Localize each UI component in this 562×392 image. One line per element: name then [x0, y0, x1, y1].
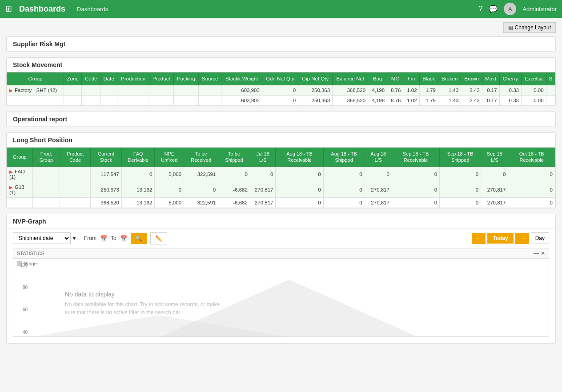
cell-gdn-net-qty: 0 — [262, 85, 298, 95]
col-zone: Zone — [64, 73, 81, 85]
lsp-cell-jul18-ls: 0 — [250, 166, 276, 182]
prev-button[interactable]: ← — [472, 233, 486, 244]
from-calendar-icon[interactable]: 📅 — [100, 235, 107, 242]
lsp-cell-faq-derivable: 13,162 — [121, 182, 154, 197]
lsp-col-current-stock: Current Stock — [90, 148, 121, 166]
total-bag: 4,198 — [368, 95, 387, 105]
lsp-total-product-code — [60, 197, 91, 208]
col-gip-net-qty: Gip Net Qty — [298, 73, 333, 85]
lsp-total-oct18-tb-recv: 0 — [508, 197, 555, 208]
lsp-cell-sep18-tb-recv: 0 — [392, 182, 439, 197]
lsp-total-faq-derivable: 13,162 — [121, 197, 154, 208]
operational-card: Operational report — [6, 112, 556, 127]
lsp-col-to-be-received: To be Received — [184, 148, 218, 166]
cell-zone — [64, 85, 81, 95]
stock-movement-body: Group Zone Code Date Production Product … — [7, 72, 555, 106]
supplier-risk-card: Supplier Risk Mgt — [6, 36, 556, 52]
total-mold: 0.17 — [482, 95, 499, 105]
total-production — [117, 95, 149, 105]
cell-group: ▶Factory - SHT (42) — [7, 85, 64, 95]
layout-icon: ▦ — [508, 24, 513, 31]
grid-icon[interactable]: ⊞ — [5, 4, 12, 14]
cell-broken: 1.43 — [438, 85, 461, 95]
total-product — [149, 95, 173, 105]
nvp-controls: Shipment date ▼ From 📅 To 📅 🔍 ✏️ ← Today… — [7, 229, 555, 248]
change-layout-row: ▦ Change Layout — [6, 22, 556, 33]
lsp-total-npe-unfixed: 5,000 — [155, 197, 184, 208]
total-brown: 2.43 — [461, 95, 482, 105]
table-row: ▶Factory - SHT (42) 603,903 0 250,363 36… — [7, 85, 555, 95]
table-row-total: 368,520 13,162 5,000 322,591 -6,682 270,… — [7, 197, 555, 208]
long-short-table: Group Prod. Group Product Code Current S… — [7, 148, 555, 208]
chart-area: STATISTICS — ✕ Stage 100 80 60 40 — [7, 248, 555, 343]
date-filter-select[interactable]: Shipment date — [13, 232, 71, 244]
lsp-total-aug18-tb-recv: 0 — [276, 197, 323, 208]
col-black: Black — [419, 73, 438, 85]
lsp-col-faq-derivable: FAQ Derivable — [121, 148, 154, 166]
cell-stockk-weight: 603,903 — [221, 85, 262, 95]
change-layout-button[interactable]: ▦ Change Layout — [503, 22, 556, 33]
total-source — [199, 95, 221, 105]
cell-bag: 4,198 — [368, 85, 387, 95]
lsp-col-oct18-tb-recv: Oct 18 - TB Receivable — [508, 148, 555, 166]
search-button[interactable]: 🔍 — [131, 233, 147, 244]
table-row-total: 603,903 0 250,363 368,520 4,198 8.76 1.0… — [7, 95, 555, 105]
supplier-risk-title: Supplier Risk Mgt — [7, 37, 555, 52]
lsp-cell-current-stock: 117,547 — [90, 166, 121, 182]
stock-movement-title: Stock Movement — [7, 58, 555, 72]
col-packing: Packing — [173, 73, 198, 85]
chat-icon[interactable]: 💬 — [489, 5, 498, 13]
lsp-col-to-be-shipped: To be Shipped — [218, 148, 250, 166]
edit-button[interactable]: ✏️ — [150, 232, 167, 244]
col-stockk-weight: Stockk Weight — [221, 73, 262, 85]
col-excelsa: Excelsa — [522, 73, 546, 85]
lsp-cell-jul18-ls: 270,817 — [250, 182, 276, 197]
lsp-cell-sep18-ls: 0 — [481, 166, 508, 182]
lsp-cell-current-stock: 250,973 — [90, 182, 121, 197]
col-group: Group — [7, 73, 64, 85]
cell-date — [100, 85, 117, 95]
from-label: From — [84, 235, 96, 241]
lsp-cell-to-be-received: 0 — [184, 182, 218, 197]
lsp-cell-faq-derivable: 0 — [121, 166, 154, 182]
col-fm: Fm — [403, 73, 419, 85]
help-icon[interactable]: ? — [479, 5, 483, 13]
day-button[interactable]: Day — [531, 232, 549, 244]
col-balance-net: Balance Net — [333, 73, 368, 85]
next-button[interactable]: → — [515, 233, 529, 244]
lsp-total-aug18-tb-ship: 0 — [323, 197, 365, 208]
lsp-cell-aug18-ls: 0 — [365, 166, 392, 182]
lsp-col-npe-unfixed: NPE Unfixed — [155, 148, 184, 166]
total-s — [546, 95, 555, 105]
lsp-cell-to-be-shipped: -6,682 — [218, 182, 250, 197]
lsp-cell-to-be-received: 322,591 — [184, 166, 218, 182]
lsp-cell-npe-unfixed: 5,000 — [155, 166, 184, 182]
lsp-total-current-stock: 368,520 — [90, 197, 121, 208]
lsp-col-product-code: Product Code — [60, 148, 91, 166]
long-short-title: Long Short Position — [7, 133, 555, 148]
lsp-col-sep18-tb-ship: Sep 18 - TB Shipped — [440, 148, 481, 166]
lsp-cell-product-code — [60, 166, 91, 182]
cell-excelsa: 0.00 — [522, 85, 546, 95]
lsp-col-aug18-ls: Aug 18 L/S — [365, 148, 392, 166]
lsp-total-jul18-ls: 270,817 — [250, 197, 276, 208]
col-gdn-net-qty: Gdn Net Qty — [262, 73, 298, 85]
stock-movement-header-row: Group Zone Code Date Production Product … — [7, 73, 555, 85]
cell-product — [149, 85, 173, 95]
col-date: Date — [100, 73, 117, 85]
cell-mold: 0.17 — [482, 85, 499, 95]
to-calendar-icon[interactable]: 📅 — [120, 235, 127, 242]
nvp-graph-title: NVP-Graph — [7, 214, 555, 229]
cell-s — [546, 85, 555, 95]
lsp-cell-aug18-ls: 270,817 — [365, 182, 392, 197]
lsp-col-aug18-tb-recv: Aug 18 - TB Receivable — [276, 148, 323, 166]
lsp-cell-oct18-tb-recv: 0 — [508, 182, 555, 197]
lsp-cell-oct18-tb-recv: 0 — [508, 166, 555, 182]
total-black: 1.79 — [419, 95, 438, 105]
no-data-desc: No data available for this chart. Try to… — [65, 300, 225, 316]
top-navigation: ⊞ Dashboards Dashboards ? 💬 A Administra… — [0, 0, 562, 18]
lsp-col-aug18-tb-ship: Aug 18 - TB Shipped — [323, 148, 365, 166]
long-short-header-row: Group Prod. Group Product Code Current S… — [7, 148, 555, 166]
today-button[interactable]: Today — [487, 233, 513, 244]
cell-gip-net-qty: 250,363 — [298, 85, 333, 95]
